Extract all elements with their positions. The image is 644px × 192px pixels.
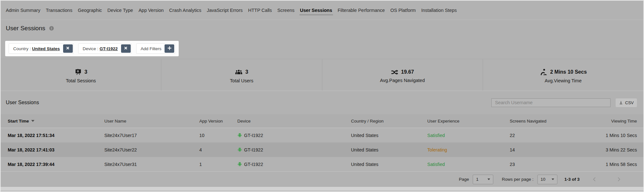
tab-bar: Admin SummaryTransactionsGeographicDevic… — [1, 1, 643, 20]
cell-country: United States — [351, 162, 427, 167]
filter-value-link[interactable]: United States — [32, 46, 60, 51]
column-header-country-region[interactable]: Country / Region — [351, 119, 427, 123]
column-header-label: Start Time — [8, 119, 29, 123]
csv-export-button[interactable]: CSV — [616, 98, 637, 107]
tab-crash-analytics[interactable]: Crash Analytics — [169, 8, 201, 13]
tab-screens[interactable]: Screens — [277, 8, 294, 13]
filter-value-link[interactable]: GT-I1922 — [99, 46, 118, 51]
session-row[interactable]: Mar 18, 2022 17:39:44Site24x7User311GT-I… — [1, 157, 643, 171]
page-header: User Sessions — [1, 20, 643, 37]
info-icon[interactable] — [49, 26, 54, 31]
cell-device: GT-I1922 — [237, 147, 351, 152]
cell-country: United States — [351, 133, 427, 138]
cell-viewing-time: 1 Mins 58 Secs — [605, 162, 637, 167]
filter-chip-device: Device : GT-I1922 — [78, 43, 132, 54]
cell-device: GT-I1922 — [237, 133, 351, 138]
column-header-label: User Experience — [427, 119, 459, 123]
tab-filterable-performance[interactable]: Filterable Performance — [338, 8, 385, 13]
column-header-label: Device — [237, 119, 251, 123]
remove-filter-button[interactable] — [63, 44, 73, 53]
table-tools: CSV — [491, 98, 637, 107]
table-toolbar: User Sessions CSV — [1, 91, 643, 114]
filter-chip-text: Device : GT-I1922 — [79, 46, 121, 51]
filter-label: Country : — [13, 46, 32, 51]
stat-value-row: 2 Mins 10 Secs — [539, 69, 587, 76]
stat-value: 2 Mins 10 Secs — [550, 69, 587, 75]
table-header-row: Start TimeUser NameApp VersionDeviceCoun… — [1, 114, 643, 128]
search-input[interactable] — [491, 98, 611, 107]
tab-admin-summary[interactable]: Admin Summary — [6, 8, 40, 13]
tab-transactions[interactable]: Transactions — [46, 8, 72, 13]
page-select-value: 1 — [476, 177, 478, 182]
column-header-label: User Name — [104, 119, 126, 123]
next-page-button[interactable] — [616, 177, 621, 182]
column-header-app-version[interactable]: App Version — [199, 119, 237, 123]
column-header-label: Screens Navigated — [510, 119, 546, 123]
experience-badge: Satisfied — [427, 162, 510, 167]
add-filter-button[interactable] — [165, 44, 174, 53]
stat-label: Total Users — [230, 78, 253, 83]
stat-value: 19.67 — [401, 69, 414, 75]
tab-app-version[interactable]: App Version — [138, 8, 164, 13]
column-header-start-time[interactable]: Start Time — [8, 119, 104, 123]
add-filters-chip: Add Filters — [136, 43, 175, 54]
page-title: User Sessions — [6, 25, 45, 32]
cell-viewing-time: 3 Mins 22 Secs — [605, 147, 637, 152]
rows-per-page-value: 10 — [541, 177, 545, 182]
cell-app-version: 1 — [199, 162, 237, 167]
tab-os-platform[interactable]: OS Platform — [390, 8, 416, 13]
cell-start-time: Mar 18, 2022 17:51:34 — [8, 133, 104, 138]
cell-user-name: Site24x7User17 — [104, 133, 199, 138]
cell-start-time: Mar 18, 2022 17:41:03 — [8, 147, 104, 152]
column-header-user-experience[interactable]: User Experience — [427, 119, 510, 123]
tab-http-calls[interactable]: HTTP Calls — [248, 8, 272, 13]
filter-bar: Country : United StatesDevice : GT-I1922… — [5, 41, 179, 56]
stat-value-row: 3 — [74, 69, 87, 76]
cell-app-version: 10 — [199, 133, 237, 138]
column-header-label: Country / Region — [351, 119, 384, 123]
rows-per-page-label: Rows per page : — [502, 177, 533, 182]
viewing-time-icon — [539, 69, 547, 76]
cell-country: United States — [351, 147, 427, 152]
users-group-icon — [235, 69, 242, 76]
download-icon — [619, 101, 623, 105]
page-label: Page — [459, 177, 469, 182]
tab-geographic[interactable]: Geographic — [78, 8, 102, 13]
stat-total-sessions: 3Total Sessions — [1, 59, 161, 91]
cell-user-name: Site24x7User22 — [104, 147, 199, 152]
rows-per-page-select[interactable]: 10 — [537, 175, 557, 184]
stat-total-users: 3Total Users — [161, 59, 322, 91]
device-name: GT-I1922 — [244, 133, 263, 138]
stat-label: Total Sessions — [66, 78, 96, 83]
previous-page-button[interactable] — [592, 177, 597, 182]
tab-javascript-errors[interactable]: JavaScript Errors — [207, 8, 242, 13]
cell-user-name: Site24x7User31 — [104, 162, 199, 167]
stat-label: Avg.Viewing Time — [545, 78, 582, 83]
table-title: User Sessions — [6, 100, 39, 105]
cell-device: GT-I1922 — [237, 162, 351, 167]
column-header-device[interactable]: Device — [237, 119, 351, 123]
remove-filter-button[interactable] — [121, 44, 131, 53]
android-icon — [237, 133, 242, 138]
android-icon — [237, 147, 242, 152]
device-name: GT-I1922 — [244, 162, 263, 167]
tab-device-type[interactable]: Device Type — [108, 8, 133, 13]
session-row[interactable]: Mar 18, 2022 17:41:03Site24x7User224GT-I… — [1, 142, 643, 157]
cell-screens: 23 — [510, 162, 605, 167]
stat-label: Avg.Pages Navigated — [380, 78, 425, 83]
tab-user-sessions[interactable]: User Sessions — [300, 8, 332, 13]
pagination-bar: Page 1 Rows per page : 10 1-3 of 3 — [1, 172, 643, 187]
add-filters-label: Add Filters — [137, 46, 165, 51]
filter-chip-text: Country : United States — [10, 46, 63, 51]
shuffle-icon — [391, 69, 398, 75]
cell-app-version: 4 — [199, 147, 237, 152]
page-select[interactable]: 1 — [473, 175, 493, 184]
column-header-user-name[interactable]: User Name — [104, 119, 199, 123]
session-row[interactable]: Mar 18, 2022 17:51:34Site24x7User1710GT-… — [1, 128, 643, 142]
tab-installation-steps[interactable]: Installation Steps — [421, 8, 457, 13]
cell-viewing-time: 1 Mins 10 Secs — [605, 133, 637, 138]
column-header-screens-navigated[interactable]: Screens Navigated — [510, 119, 605, 123]
user-sessions-dashboard: Admin SummaryTransactionsGeographicDevic… — [0, 0, 644, 192]
column-header-viewing-time[interactable]: Viewing Time — [605, 119, 637, 123]
close-icon — [65, 46, 70, 51]
